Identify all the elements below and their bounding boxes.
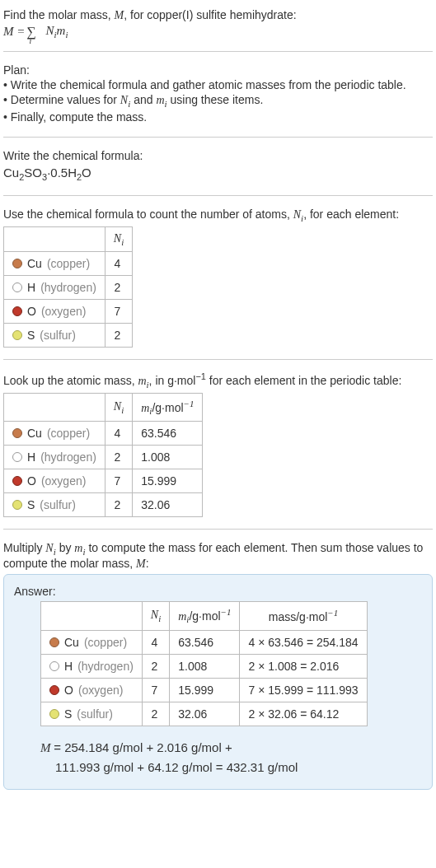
divider (3, 529, 433, 530)
ni-value: 7 (105, 300, 132, 324)
divider (3, 359, 433, 360)
chemical-formula: Cu2SO3·0.5H2O (3, 164, 433, 184)
intro-section: Find the molar mass, M, for copper(I) su… (3, 3, 433, 48)
intro-line: Find the molar mass, M, for copper(I) su… (3, 8, 433, 22)
answer-box: Answer: Ni mi/g·mol−1 mass/g·mol−1 Cu (c… (3, 574, 433, 789)
ni-value: 2 (105, 324, 132, 348)
molar-mass-sum: M = 254.184 g/mol + 2.016 g/mol + 111.99… (40, 738, 422, 777)
table-header-row: Ni mi/g·mol−1 (4, 393, 203, 421)
table-row: O (oxygen) 7 (4, 300, 133, 324)
lookup-section: Look up the atomic mass, mi, in g·mol−1 … (3, 366, 433, 525)
table-row: Cu (copper) 4 63.546 (4, 422, 203, 446)
col-mi: mi/g·mol−1 (133, 393, 203, 421)
table-header-row: Ni mi/g·mol−1 mass/g·mol−1 (41, 602, 368, 630)
count-atoms-section: Use the chemical formula to count the nu… (3, 203, 433, 357)
answer-heading: Answer: (14, 585, 422, 598)
divider (3, 137, 433, 138)
sum-index: i (29, 36, 31, 45)
plan-bullet-3: • Finally, compute the mass. (3, 110, 433, 124)
lookup-intro: Look up the atomic mass, mi, in g·mol−1 … (3, 371, 433, 389)
col-mi: mi/g·mol−1 (170, 602, 240, 630)
table-row: S (sulfur) 2 32.06 (4, 493, 203, 517)
element-dot-icon (12, 259, 22, 268)
element-dot-icon (12, 330, 22, 340)
plan-bullet-2: • Determine values for Ni and mi using t… (3, 93, 433, 109)
table-row: H (hydrogen) 2 1.008 (4, 446, 203, 469)
col-ni: Ni (105, 393, 132, 421)
table-header-row: Ni (4, 226, 133, 252)
col-ni: Ni (142, 602, 169, 630)
table-row: S (sulfur) 2 (4, 324, 133, 348)
table-row: H (hydrogen) 2 1.008 2 × 1.008 = 2.016 (41, 654, 368, 678)
write-formula-heading: Write the chemical formula: (3, 149, 433, 162)
element-dot-icon (12, 452, 22, 462)
atomic-mass-table: Ni mi/g·mol−1 Cu (copper) 4 63.546 H (hy… (3, 393, 203, 517)
col-mass: mass/g·mol−1 (240, 602, 367, 630)
element-dot-icon (49, 661, 59, 671)
ni-value: 2 (105, 276, 132, 300)
answer-table: Ni mi/g·mol−1 mass/g·mol−1 Cu (copper) 4… (40, 601, 368, 726)
element-dot-icon (12, 428, 22, 438)
table-row: H (hydrogen) 2 (4, 276, 133, 300)
plan-bullet-1: • Write the chemical formula and gather … (3, 78, 433, 91)
col-ni: Ni (105, 226, 132, 252)
table-row: O (oxygen) 7 15.999 7 × 15.999 = 111.993 (41, 678, 368, 702)
multiply-intro: Multiply Ni by mi to compute the mass fo… (3, 541, 433, 571)
intro-text: Find the molar mass, M, for copper(I) su… (3, 8, 297, 21)
molar-mass-equation: M = ∑i Nimi (3, 24, 433, 40)
element-dot-icon (49, 709, 59, 719)
plan-section: Plan: • Write the chemical formula and g… (3, 58, 433, 133)
table-row: S (sulfur) 2 32.06 2 × 32.06 = 64.12 (41, 702, 368, 726)
element-dot-icon (49, 685, 59, 695)
plan-heading: Plan: (3, 63, 433, 77)
element-dot-icon (49, 637, 59, 647)
element-dot-icon (12, 500, 22, 510)
count-intro: Use the chemical formula to count the nu… (3, 208, 433, 223)
write-formula-section: Write the chemical formula: Cu2SO3·0.5H2… (3, 144, 433, 192)
element-dot-icon (12, 306, 22, 316)
divider (3, 195, 433, 196)
element-dot-icon (12, 476, 22, 486)
ni-value: 4 (105, 252, 132, 276)
divider (3, 51, 433, 52)
multiply-section: Multiply Ni by mi to compute the mass fo… (3, 536, 433, 797)
table-row: Cu (copper) 4 (4, 252, 133, 276)
table-row: O (oxygen) 7 15.999 (4, 469, 203, 493)
table-row: Cu (copper) 4 63.546 4 × 63.546 = 254.18… (41, 630, 368, 654)
atom-count-table: Ni Cu (copper) 4 H (hydrogen) 2 O (oxyge… (3, 226, 133, 348)
element-dot-icon (12, 282, 22, 292)
